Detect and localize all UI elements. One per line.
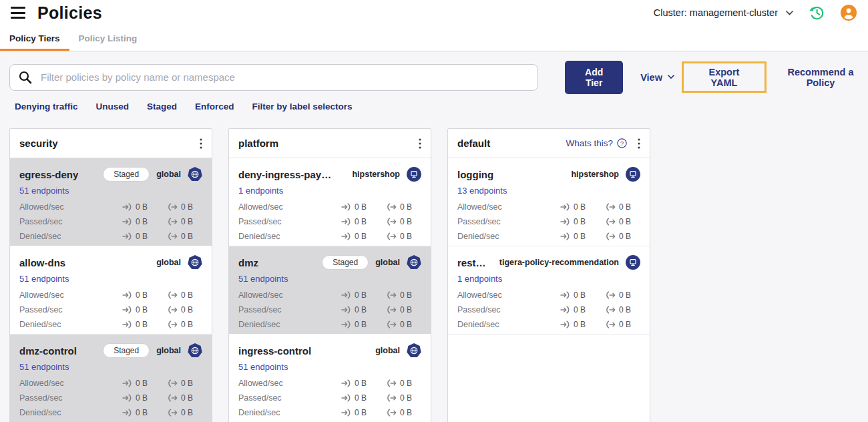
metrics: Allowed/sec 0 B 0 B Passed/sec	[238, 376, 421, 420]
search-input[interactable]	[39, 71, 529, 83]
policy-card-dmz[interactable]: dmz Staged global 51 endpoints Allowed/s…	[229, 246, 431, 335]
endpoints-link[interactable]: 51 endpoints	[19, 274, 69, 284]
recommend-policy-button[interactable]: Recommend a Policy	[773, 67, 868, 88]
whats-this-label: Whats this?	[566, 138, 613, 148]
metric-out-value: 0 B	[619, 320, 631, 329]
cluster-selector[interactable]: Cluster: management-cluster	[654, 7, 793, 18]
kebab-menu-icon[interactable]	[416, 137, 424, 150]
policy-name: deny-ingress-paymentservi...	[238, 169, 339, 180]
egress-arrow-icon	[606, 232, 616, 240]
policy-name-row: ingress-control global	[238, 342, 421, 359]
metric-row: Allowed/sec 0 B 0 B	[238, 376, 421, 391]
metric-label: Allowed/sec	[238, 379, 341, 388]
policy-name-row: logging hipstershop	[457, 166, 640, 183]
policy-card-deny-ingress-paymentservi[interactable]: deny-ingress-paymentservi... hipstershop…	[229, 158, 431, 246]
tab-policy-tiers[interactable]: Policy Tiers	[0, 25, 69, 51]
endpoints-link[interactable]: 1 endpoints	[238, 186, 283, 196]
metric-label: Allowed/sec	[457, 290, 560, 300]
endpoints-link[interactable]: 51 endpoints	[19, 186, 69, 196]
top-bar: Policies Cluster: management-cluster	[0, 0, 868, 25]
policy-scope: global	[156, 258, 181, 267]
ingress-arrow-icon	[122, 291, 132, 299]
staged-badge: Staged	[103, 167, 150, 182]
policy-name: allow-dns	[19, 257, 65, 268]
view-menu-label: View	[640, 72, 662, 83]
policy-name: egress-deny	[19, 169, 78, 180]
policy-card-logging[interactable]: logging hipstershop 13 endpoints Allowed…	[448, 158, 650, 246]
policy-card-dmz-control[interactable]: dmz-control Staged global 51 endpoints A…	[10, 335, 212, 422]
endpoints-link[interactable]: 51 endpoints	[238, 274, 288, 284]
metric-label: Passed/sec	[19, 305, 122, 314]
endpoints-link[interactable]: 51 endpoints	[19, 362, 69, 372]
egress-arrow-icon	[168, 321, 178, 329]
add-tier-button[interactable]: Add Tier	[565, 61, 623, 94]
filter-link-filter-by-label-selectors[interactable]: Filter by label selectors	[252, 101, 353, 114]
user-avatar-button[interactable]	[840, 4, 857, 21]
export-yaml-highlight-box: Export YAML	[682, 61, 767, 93]
ingress-arrow-icon	[560, 203, 570, 211]
policy-card-ingress-control[interactable]: ingress-control global 51 endpoints Allo…	[229, 335, 431, 422]
metric-label: Denied/sec	[457, 320, 560, 329]
metric-out-value: 0 B	[400, 408, 412, 417]
svg-text:?: ?	[620, 140, 624, 147]
metric-out-value: 0 B	[619, 232, 631, 241]
metric-label: Denied/sec	[19, 408, 122, 417]
view-menu-button[interactable]: View	[640, 72, 674, 83]
metric-in-value: 0 B	[574, 290, 586, 300]
metric-in-value: 0 B	[574, 232, 586, 241]
tab-bar: Policy TiersPolicy Listing	[0, 25, 868, 51]
metric-row: Passed/sec 0 B 0 B	[19, 302, 202, 317]
metric-out-value: 0 B	[181, 320, 193, 329]
metric-in-value: 0 B	[136, 408, 148, 417]
metric-in-value: 0 B	[355, 232, 367, 241]
metric-label: Denied/sec	[238, 320, 341, 329]
metric-in-value: 0 B	[136, 379, 148, 388]
metric-in-value: 0 B	[355, 379, 367, 388]
metric-row: Denied/sec 0 B 0 B	[19, 405, 202, 420]
tier-header: platform	[229, 129, 431, 158]
policy-card-egress-deny[interactable]: egress-deny Staged global 51 endpoints A…	[10, 158, 212, 246]
ingress-arrow-icon	[341, 203, 351, 211]
ingress-arrow-icon	[122, 306, 132, 314]
endpoints-link[interactable]: 51 endpoints	[238, 362, 288, 372]
egress-arrow-icon	[387, 232, 397, 240]
endpoints-link[interactable]: 1 endpoints	[457, 274, 502, 284]
metric-label: Denied/sec	[238, 408, 341, 417]
kebab-menu-icon[interactable]	[635, 137, 643, 150]
kebab-menu-icon[interactable]	[197, 137, 205, 150]
tab-policy-listing[interactable]: Policy Listing	[69, 25, 147, 51]
filter-link-staged[interactable]: Staged	[147, 101, 177, 114]
metric-label: Passed/sec	[19, 217, 122, 226]
metric-label: Passed/sec	[238, 217, 341, 226]
topbar-right: Cluster: management-cluster	[654, 4, 857, 21]
ingress-arrow-icon	[560, 218, 570, 226]
metric-row: Denied/sec 0 B 0 B	[238, 229, 421, 244]
policy-card-restricted[interactable]: restricted tigera-policy-recommendation …	[448, 246, 650, 335]
metric-out-value: 0 B	[400, 217, 412, 226]
ingress-arrow-icon	[122, 203, 132, 211]
history-button[interactable]	[808, 4, 825, 21]
metric-label: Passed/sec	[457, 217, 560, 226]
policy-card-allow-dns[interactable]: allow-dns global 51 endpoints Allowed/se…	[10, 246, 212, 335]
metric-row: Allowed/sec 0 B 0 B	[457, 288, 640, 302]
quick-filters: Denying trafficUnusedStagedEnforcedFilte…	[9, 101, 868, 114]
menu-icon[interactable]	[11, 7, 25, 19]
ingress-arrow-icon	[560, 232, 570, 240]
metric-row: Denied/sec 0 B 0 B	[457, 229, 640, 244]
egress-arrow-icon	[168, 218, 178, 226]
metric-label: Passed/sec	[19, 393, 122, 403]
whats-this-link[interactable]: Whats this? ?	[566, 138, 627, 148]
endpoints-link[interactable]: 13 endpoints	[457, 186, 507, 196]
metric-out-value: 0 B	[181, 379, 193, 388]
history-icon	[808, 4, 825, 21]
metric-row: Passed/sec 0 B 0 B	[457, 214, 640, 229]
filter-link-denying-traffic[interactable]: Denying traffic	[15, 101, 78, 114]
metric-row: Denied/sec 0 B 0 B	[238, 405, 421, 420]
metrics: Allowed/sec 0 B 0 B Passed/sec	[238, 200, 421, 244]
export-yaml-button[interactable]: Export YAML	[695, 67, 753, 88]
metric-out-value: 0 B	[400, 290, 412, 300]
filter-link-unused[interactable]: Unused	[96, 101, 130, 114]
filter-link-enforced[interactable]: Enforced	[195, 101, 234, 114]
egress-arrow-icon	[168, 203, 178, 211]
ingress-arrow-icon	[341, 232, 351, 240]
